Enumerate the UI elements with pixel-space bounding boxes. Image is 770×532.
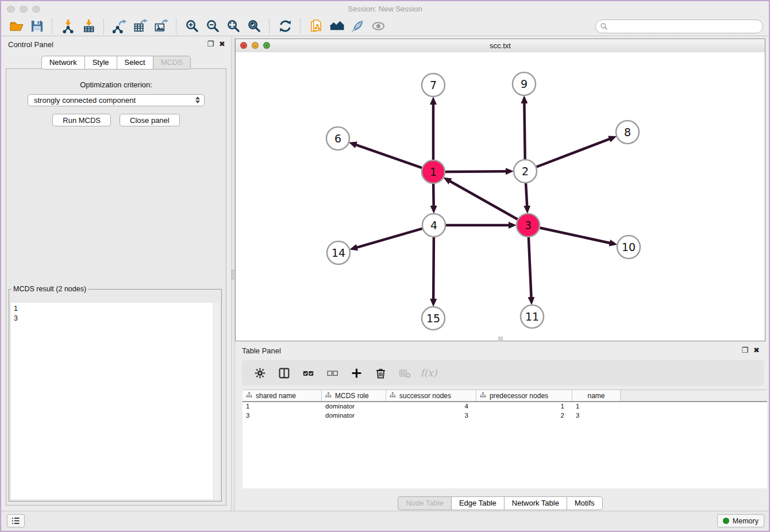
delete-table-icon <box>399 367 411 379</box>
graph-node-7[interactable]: 7 <box>422 74 445 97</box>
table-cell[interactable]: 3 <box>242 411 322 421</box>
toolbar-separator <box>300 19 301 34</box>
settings-gear-button[interactable] <box>251 365 268 381</box>
svg-text:11: 11 <box>525 310 539 323</box>
deselect-all-button[interactable] <box>324 365 341 381</box>
optimization-criterion-label: Optimization criterion: <box>6 80 226 89</box>
refresh-view-button[interactable] <box>276 18 294 34</box>
graph-edge-1-4[interactable] <box>433 184 434 207</box>
export-table-button[interactable] <box>132 18 149 34</box>
table-cell[interactable]: dominator <box>322 411 386 421</box>
tab-network[interactable]: Network <box>41 56 84 70</box>
table-cell[interactable]: 3 <box>572 411 621 421</box>
graph-node-1[interactable]: 1 <box>422 160 445 183</box>
save-session-button[interactable] <box>28 18 45 34</box>
svg-text:8: 8 <box>624 126 631 138</box>
svg-text:7: 7 <box>430 79 437 91</box>
graph-edge-4-14[interactable] <box>356 229 422 248</box>
add-row-button[interactable] <box>348 365 365 381</box>
column-label: predecessor nodes <box>490 392 548 400</box>
mcds-result-item: 3 <box>14 314 211 323</box>
export-image-button[interactable] <box>152 18 170 34</box>
canvas-scroll-handle[interactable] <box>498 337 503 340</box>
graph-node-10[interactable]: 10 <box>617 236 640 259</box>
open-session-button[interactable] <box>7 18 25 34</box>
column-header-name[interactable]: name <box>572 390 621 401</box>
import-network-button[interactable] <box>59 18 76 34</box>
graph-node-9[interactable]: 9 <box>513 72 536 95</box>
show-hide-button[interactable] <box>369 18 387 34</box>
graph-edge-3-11[interactable] <box>529 237 532 298</box>
column-header-predecessor-nodes[interactable]: predecessor nodes <box>476 390 572 401</box>
clone-network-button[interactable] <box>307 18 325 34</box>
graph-node-4[interactable]: 4 <box>422 214 445 237</box>
tab-node-table[interactable]: Node Table <box>398 496 451 510</box>
graph-edge-4-15[interactable] <box>433 237 434 300</box>
table-cell[interactable]: 2 <box>476 411 572 421</box>
criterion-dropdown[interactable]: strongly connected component <box>28 94 205 106</box>
close-panel-icon[interactable]: ✖ <box>219 40 225 48</box>
task-history-button[interactable] <box>7 514 25 527</box>
tab-mcds[interactable]: MCDS <box>153 56 191 70</box>
app-title: Session: New Session <box>1 5 769 13</box>
zoom-selected-button[interactable] <box>245 18 263 34</box>
tab-edge-table[interactable]: Edge Table <box>451 496 504 510</box>
graph-node-2[interactable]: 2 <box>514 160 537 183</box>
tab-motifs[interactable]: Motifs <box>567 496 603 510</box>
network-canvas[interactable]: 7968124314101511 <box>236 52 765 341</box>
float-panel-icon[interactable]: ❐ <box>207 40 214 48</box>
mcds-result-group: MCDS result (2 nodes) 13 <box>9 285 222 502</box>
home-view-button[interactable] <box>328 18 345 34</box>
table-cell[interactable]: dominator <box>322 402 386 411</box>
graph-node-11[interactable]: 11 <box>521 305 544 328</box>
column-header-successor-nodes[interactable]: successor nodes <box>386 390 476 401</box>
delete-table-button <box>396 365 413 381</box>
memory-button[interactable]: Memory <box>717 514 764 527</box>
close-table-panel-icon[interactable]: ✖ <box>753 346 760 354</box>
graph-node-14[interactable]: 14 <box>327 241 350 264</box>
column-header-shared-name[interactable]: shared name <box>242 390 322 401</box>
export-network-button[interactable] <box>111 18 128 34</box>
import-table-button[interactable] <box>80 18 97 34</box>
criterion-dropdown-value: strongly connected component <box>34 96 136 105</box>
delete-row-button[interactable] <box>372 365 389 381</box>
style-eye-button[interactable] <box>349 18 366 34</box>
zoom-out-button[interactable] <box>204 18 221 34</box>
split-view-button[interactable] <box>275 365 292 381</box>
graph-edge-2-8[interactable] <box>537 138 611 167</box>
graph-edge-3-10[interactable] <box>540 228 611 244</box>
table-cell[interactable]: 1 <box>242 402 322 411</box>
table-cell[interactable]: 4 <box>386 402 476 411</box>
zoom-fit-button[interactable] <box>225 18 242 34</box>
graph-node-3[interactable]: 3 <box>517 214 540 237</box>
graph-edge-1-2[interactable] <box>445 171 507 172</box>
panel-splitter[interactable] <box>231 37 235 511</box>
float-table-panel-icon[interactable]: ❐ <box>741 346 748 354</box>
select-all-button[interactable] <box>299 365 317 381</box>
table-cell[interactable]: 1 <box>572 402 621 411</box>
settings-gear-icon <box>254 367 266 379</box>
tab-style[interactable]: Style <box>84 56 117 70</box>
graph-edge-3-1[interactable] <box>449 181 518 219</box>
clone-network-icon <box>309 19 324 33</box>
graph-edge-2-3[interactable] <box>526 183 527 207</box>
run-mcds-button[interactable]: Run MCDS <box>52 114 111 126</box>
close-panel-button[interactable]: Close panel <box>120 114 180 126</box>
graph-edge-1-6[interactable] <box>355 145 422 168</box>
tab-select[interactable]: Select <box>117 56 153 70</box>
search-input[interactable] <box>608 22 763 30</box>
zoom-in-button[interactable] <box>183 18 201 34</box>
table-cell[interactable]: 3 <box>386 411 476 421</box>
tab-network-table[interactable]: Network Table <box>504 496 567 510</box>
graph-node-8[interactable]: 8 <box>616 121 639 144</box>
mcds-result-list[interactable]: 13 <box>11 303 214 499</box>
table-cell[interactable]: 1 <box>476 402 572 411</box>
status-bar: Memory <box>1 511 769 531</box>
memory-label: Memory <box>733 517 759 525</box>
column-label: successor nodes <box>399 392 451 400</box>
graph-edge-2-9[interactable] <box>524 102 525 159</box>
column-header-MCDS-role[interactable]: MCDS role <box>322 390 386 401</box>
result-scrollbar[interactable] <box>213 303 220 499</box>
graph-node-6[interactable]: 6 <box>326 127 349 150</box>
graph-node-15[interactable]: 15 <box>422 307 445 330</box>
